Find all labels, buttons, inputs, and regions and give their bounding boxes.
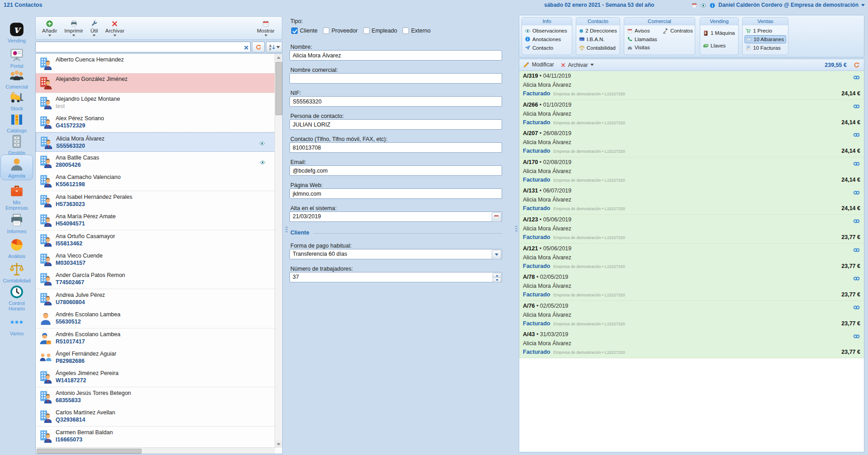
albaran-row[interactable]: A/123 • 05/06/2019Alicia Mora ÁlvarezFac… [519, 215, 864, 244]
sidebar-item-vending[interactable]: vVending [0, 22, 33, 43]
albaran-row[interactable]: A/76 • 02/05/2019Alicia Mora ÁlvarezFact… [519, 301, 864, 330]
tab-contratos[interactable]: Contratos [662, 27, 694, 35]
tab-contabilidad[interactable]: Contabilidad [578, 44, 618, 52]
sidebar-item-comercial[interactable]: Comercial [0, 68, 33, 89]
contact-row[interactable]: Ángel Fernández AguiarP82982686 [36, 348, 275, 368]
albaran-row[interactable]: A/121 • 05/06/2019Alicia Mora ÁlvarezFac… [519, 244, 864, 272]
calendar-icon[interactable] [691, 1, 697, 9]
date-picker-button[interactable] [492, 212, 501, 222]
contact-row[interactable]: Carlos Martínez AvellanQ32936814 [36, 407, 275, 427]
toolbar-anadir-button[interactable]: Añadir [38, 19, 61, 38]
sidebar-item-catalogo[interactable]: Catálogo [0, 112, 33, 133]
contact-row[interactable]: Alejandro López Montanetest [36, 93, 275, 113]
tipo-empleado-checkbox[interactable]: Empleado [363, 28, 397, 34]
tab-10-facturas[interactable]: 10 Facturas [745, 44, 786, 52]
scroll-up-arrow[interactable] [275, 54, 282, 61]
link-icon[interactable] [853, 159, 860, 168]
checkbox-box[interactable] [291, 28, 298, 34]
link-icon[interactable] [853, 332, 860, 340]
tab-anotaciones[interactable]: Anotaciones [524, 35, 570, 43]
link-icon[interactable] [853, 303, 860, 311]
sidebar-item-gestion[interactable]: Gestión [0, 134, 33, 155]
contact-row[interactable]: Antonio Jesús Torres Betegon68355833 [36, 387, 275, 407]
contact-row[interactable]: Ángeles Jiménez PereiraW14187272 [36, 367, 275, 387]
contacto-input[interactable] [289, 142, 502, 153]
panel-splitter-right[interactable] [515, 226, 517, 231]
link-icon[interactable] [853, 217, 860, 225]
contact-row[interactable]: Ana Batlle Casas28005426 [36, 152, 275, 172]
modify-button[interactable]: Modificar [523, 61, 554, 68]
tipo-externo-checkbox[interactable]: Externo [403, 28, 431, 34]
nif-input[interactable] [289, 96, 502, 107]
contact-row[interactable]: Andrés Escolano Lambea55630512 [36, 309, 275, 328]
tab-i-b-a-n[interactable]: I.B.A.N. [578, 35, 618, 43]
contact-row[interactable]: Ana Ortuño CasamayorI55813462 [36, 230, 275, 250]
archive-button[interactable]: Archivar [560, 62, 594, 68]
tipo-cliente-checkbox[interactable]: Cliente [291, 28, 318, 34]
scrollbar-thumb[interactable] [275, 62, 282, 115]
scrollbar-thumb[interactable] [37, 449, 142, 454]
sidebar-item-contabilidad[interactable]: Contabilidad [0, 262, 33, 283]
email-input[interactable] [289, 165, 502, 176]
contact-row[interactable]: Andrés Escolano LambeaR51017417 [36, 328, 275, 348]
sidebar-item-varios[interactable]: Varios [0, 314, 33, 336]
tab-observaciones[interactable]: Observaciones [524, 27, 570, 35]
tab-avisos[interactable]: Avisos [626, 27, 658, 35]
vertical-scrollbar[interactable] [275, 54, 282, 448]
sidebar-item-analisis[interactable]: Análisis [0, 237, 33, 259]
clear-search-icon[interactable] [243, 43, 249, 52]
link-icon[interactable] [853, 73, 860, 81]
tab-1-maquina[interactable]: 1 Máquina [702, 29, 736, 37]
contact-row[interactable]: Alex Pérez SorianoG41572329 [36, 113, 275, 132]
scroll-down-arrow[interactable] [275, 441, 282, 448]
contact-row[interactable]: Ana Isabel Hernández PeralesH57363023 [36, 191, 275, 211]
pagina-web-input[interactable] [289, 188, 502, 199]
toolbar-imprimir-button[interactable]: Imprimir [61, 19, 87, 38]
checkbox-box[interactable] [363, 28, 370, 34]
search-input[interactable] [35, 42, 251, 52]
albaran-row[interactable]: A/319 • 04/11/2019Alicia Mora ÁlvarezFac… [519, 71, 864, 100]
contact-row[interactable]: Alicia Mora ÁlvarezS55563320 [36, 132, 275, 152]
link-icon[interactable] [853, 274, 860, 282]
num-trabajadores-stepper[interactable]: 37 [289, 272, 502, 282]
sort-button[interactable]: AZ [266, 42, 282, 52]
select-dropdown-button[interactable] [492, 250, 501, 259]
forma-pago-select[interactable]: Transferencia 60 días [289, 249, 502, 259]
contact-row[interactable]: Andrea Julve PérezU78060804 [36, 289, 275, 309]
sidebar-item-mis-empresas[interactable]: MisEmpresas [0, 183, 33, 211]
sidebar-item-control-horario[interactable]: ControlHorario [0, 284, 33, 311]
eye-icon[interactable] [700, 1, 707, 9]
alta-sistema-date-field[interactable]: 21/03/2019 [289, 211, 502, 222]
info-icon[interactable] [709, 1, 716, 9]
checkbox-box[interactable] [323, 28, 329, 34]
user-menu[interactable]: Daniel Calderón Cordero @ Empresa de dem… [691, 1, 865, 9]
checkbox-box[interactable] [403, 28, 409, 34]
albaran-row[interactable]: A/43 • 31/03/2019Alicia Mora ÁlvarezFact… [519, 329, 864, 358]
albaran-row[interactable]: A/266 • 01/10/2019Alicia Mora ÁlvarezFac… [519, 100, 864, 129]
contact-row[interactable]: Carmen Bernal BaldanI16665073 [36, 427, 275, 446]
contact-row[interactable]: Ana María Pérez AmateH54094571 [36, 211, 275, 230]
sidebar-item-stock[interactable]: Stock [0, 89, 33, 111]
sidebar-item-portal[interactable]: Portal [0, 47, 33, 69]
nombre-input[interactable] [289, 50, 502, 61]
contact-row[interactable]: Ana Camacho ValencianoK55612198 [36, 171, 275, 191]
nombre-comercial-input[interactable] [289, 73, 502, 84]
tab-contacto[interactable]: Contacto [524, 44, 570, 52]
link-icon[interactable] [853, 102, 860, 110]
tab-1-precio[interactable]: 1 Precio [745, 27, 786, 35]
tipo-proveedor-checkbox[interactable]: Proveedor [323, 28, 358, 34]
tab-llamadas[interactable]: Llamadas [626, 35, 658, 43]
refresh-button[interactable] [252, 42, 265, 52]
stepper-down-button[interactable] [493, 277, 501, 282]
panel-splitter-left[interactable] [285, 227, 288, 232]
link-icon[interactable] [853, 131, 860, 139]
link-icon[interactable] [853, 246, 860, 254]
link-icon[interactable] [853, 188, 860, 196]
albaran-row[interactable]: A/131 • 06/07/2019Alicia Mora ÁlvarezFac… [519, 186, 864, 215]
contact-row[interactable]: Ana Vieco CuendeM03034157 [36, 250, 275, 270]
user-name[interactable]: Daniel Calderón Cordero @ Empresa de dem… [718, 2, 859, 8]
contact-row[interactable]: Alberto Cuenca Hernández [36, 54, 275, 74]
tab-llaves[interactable]: Llaves [702, 42, 736, 50]
toolbar-archivar-button[interactable]: Archivar [102, 19, 128, 38]
tab-visitas[interactable]: Visitas [626, 43, 658, 52]
